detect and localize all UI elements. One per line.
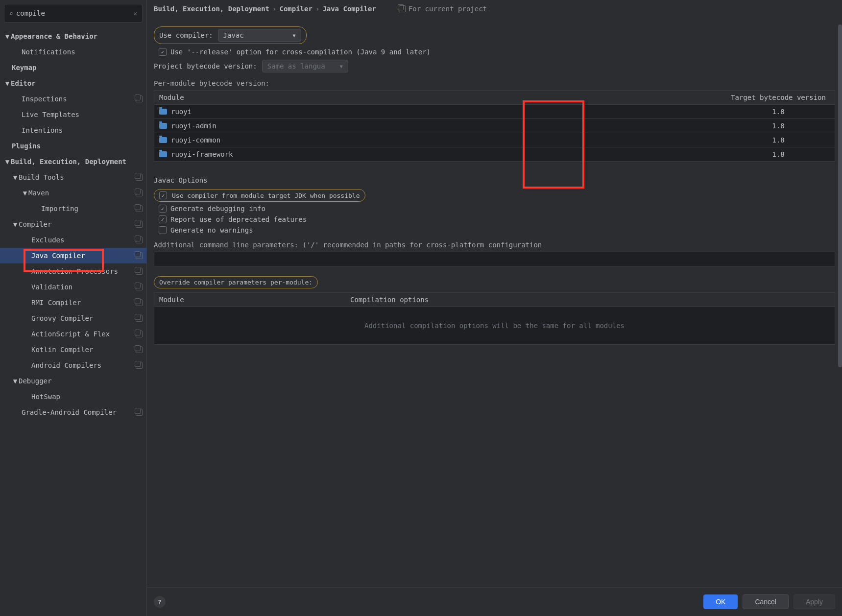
project-scope-icon bbox=[136, 252, 143, 259]
sidebar-item[interactable]: Android Compilers bbox=[0, 357, 146, 373]
sidebar-item-label: Kotlin Compiler bbox=[31, 344, 93, 355]
highlight-annotation bbox=[24, 249, 104, 272]
sidebar-item[interactable]: Intentions bbox=[0, 122, 146, 138]
per-module-table: Module Target bytecode version ruoyi1.8r… bbox=[154, 90, 835, 162]
checkbox-icon bbox=[159, 215, 167, 223]
folder-icon bbox=[159, 123, 167, 129]
sidebar-item-label: Gradle-Android Compiler bbox=[22, 406, 117, 418]
help-icon[interactable]: ? bbox=[154, 596, 166, 608]
checkbox-label[interactable]: Use compiler from module target JDK when… bbox=[172, 192, 360, 199]
sidebar-item-label: Android Compilers bbox=[31, 359, 101, 371]
chevron-down-icon: ▼ bbox=[12, 375, 19, 387]
checkbox-icon[interactable] bbox=[159, 191, 167, 199]
project-scope-icon bbox=[136, 362, 143, 369]
table-row[interactable]: ruoyi-framework1.8 bbox=[154, 147, 835, 161]
version-cell[interactable]: 1.8 bbox=[722, 105, 835, 118]
sidebar-item-label: Compiler bbox=[19, 218, 51, 230]
checkbox-icon bbox=[159, 226, 167, 234]
sidebar-item[interactable]: ▼Debugger bbox=[0, 373, 146, 389]
main-panel: Build, Execution, Deployment › Compiler … bbox=[147, 0, 842, 616]
project-scope-icon bbox=[136, 315, 143, 322]
sidebar-item-label: Maven bbox=[28, 187, 49, 199]
debug-info-checkbox[interactable]: Generate debugging info bbox=[159, 205, 835, 213]
sidebar-item-label: Appearance & Behavior bbox=[11, 30, 97, 42]
table-row[interactable]: ruoyi-common1.8 bbox=[154, 133, 835, 147]
deprecated-checkbox[interactable]: Report use of deprecated features bbox=[159, 215, 835, 223]
project-scope-icon bbox=[136, 174, 143, 181]
sidebar-item[interactable]: ActionScript & Flex bbox=[0, 326, 146, 342]
sidebar-item[interactable]: ▼Editor bbox=[0, 75, 146, 91]
sidebar-item-label: ActionScript & Flex bbox=[31, 328, 110, 340]
sidebar-item[interactable]: Importing bbox=[0, 201, 146, 216]
folder-icon bbox=[159, 151, 167, 157]
table-header-options: Compilation options bbox=[345, 293, 835, 307]
chevron-down-icon: ▼ bbox=[340, 64, 343, 69]
scope-selector[interactable]: For current project bbox=[399, 5, 487, 13]
settings-tree: ▼Appearance & BehaviorNotificationsKeyma… bbox=[0, 26, 146, 616]
chevron-down-icon: ▼ bbox=[4, 30, 11, 42]
sidebar-item-label: Live Templates bbox=[22, 109, 79, 120]
sidebar-item[interactable]: Plugins bbox=[0, 138, 146, 154]
override-params-label: Override compiler parameters per-module: bbox=[154, 276, 318, 288]
sidebar-item-label: Build, Execution, Deployment bbox=[11, 156, 126, 167]
use-compiler-row: Use compiler: Javac ▼ bbox=[154, 26, 307, 44]
sidebar-item[interactable]: HotSwap bbox=[0, 389, 146, 404]
additional-params-input[interactable] bbox=[154, 252, 835, 266]
no-warnings-checkbox[interactable]: Generate no warnings bbox=[159, 226, 835, 234]
sidebar-item-label: Inspections bbox=[22, 93, 67, 105]
breadcrumb-part[interactable]: Build, Execution, Deployment bbox=[154, 5, 269, 13]
sidebar-item[interactable]: Keymap bbox=[0, 60, 146, 75]
search-input[interactable] bbox=[16, 9, 133, 17]
chevron-down-icon: ▼ bbox=[22, 187, 28, 199]
clear-search-icon[interactable]: ✕ bbox=[133, 10, 137, 17]
project-scope-icon bbox=[136, 409, 143, 416]
sidebar-item-label: Validation bbox=[31, 281, 72, 293]
javac-options-heading: Javac Options bbox=[154, 176, 835, 184]
sidebar-item[interactable]: Inspections bbox=[0, 91, 146, 107]
cancel-button[interactable]: Cancel bbox=[743, 594, 789, 609]
project-bytecode-select[interactable]: Same as langua ▼ bbox=[262, 60, 348, 72]
project-scope-icon bbox=[136, 190, 143, 196]
release-option-checkbox[interactable]: Use '--release' option for cross-compila… bbox=[159, 48, 835, 56]
version-cell[interactable]: 1.8 bbox=[722, 147, 835, 161]
sidebar-item[interactable]: Notifications bbox=[0, 44, 146, 60]
sidebar-item[interactable]: ▼Appearance & Behavior bbox=[0, 28, 146, 44]
search-field[interactable]: ⌕ ✕ bbox=[4, 4, 143, 23]
version-cell[interactable]: 1.8 bbox=[722, 133, 835, 147]
table-row[interactable]: ruoyi1.8 bbox=[154, 105, 835, 119]
sidebar-item[interactable]: ▼Build Tools bbox=[0, 169, 146, 185]
sidebar-item[interactable]: ▼Compiler bbox=[0, 216, 146, 232]
breadcrumb-part: Java Compiler bbox=[322, 5, 376, 13]
sidebar-item[interactable]: Live Templates bbox=[0, 107, 146, 122]
version-cell[interactable]: 1.8 bbox=[722, 119, 835, 133]
project-bytecode-label: Project bytecode version: bbox=[154, 62, 257, 70]
sidebar-item[interactable]: Kotlin Compiler bbox=[0, 342, 146, 357]
breadcrumb-part[interactable]: Compiler bbox=[279, 5, 312, 13]
breadcrumb: Build, Execution, Deployment › Compiler … bbox=[147, 0, 842, 18]
project-scope-icon bbox=[136, 346, 143, 353]
empty-table-message: Additional compilation options will be t… bbox=[154, 307, 835, 344]
table-header-module: Module bbox=[154, 91, 722, 104]
sidebar-item[interactable]: ▼Maven bbox=[0, 185, 146, 201]
highlight-annotation bbox=[523, 100, 584, 189]
sidebar-item-label: Notifications bbox=[22, 46, 75, 58]
sidebar-item[interactable]: Groovy Compiler bbox=[0, 310, 146, 326]
sidebar-item[interactable]: Excludes bbox=[0, 232, 146, 248]
sidebar-item[interactable]: Validation bbox=[0, 279, 146, 295]
sidebar-item[interactable]: Gradle-Android Compiler bbox=[0, 404, 146, 420]
ok-button[interactable]: OK bbox=[703, 594, 738, 609]
module-cell: ruoyi-framework bbox=[154, 147, 722, 161]
checkbox-icon bbox=[159, 205, 167, 213]
project-scope-icon bbox=[399, 5, 406, 12]
sidebar-item[interactable]: ▼Build, Execution, Deployment bbox=[0, 154, 146, 169]
sidebar-item-label: HotSwap bbox=[31, 391, 60, 403]
search-icon: ⌕ bbox=[9, 10, 13, 17]
chevron-down-icon: ▼ bbox=[4, 156, 11, 167]
table-header-module: Module bbox=[154, 293, 345, 307]
apply-button[interactable]: Apply bbox=[794, 594, 835, 609]
compiler-select[interactable]: Javac ▼ bbox=[218, 29, 301, 42]
project-scope-icon bbox=[136, 237, 143, 243]
table-row[interactable]: ruoyi-admin1.8 bbox=[154, 119, 835, 133]
sidebar-item-label: Plugins bbox=[12, 140, 41, 152]
sidebar-item[interactable]: RMI Compiler bbox=[0, 295, 146, 310]
